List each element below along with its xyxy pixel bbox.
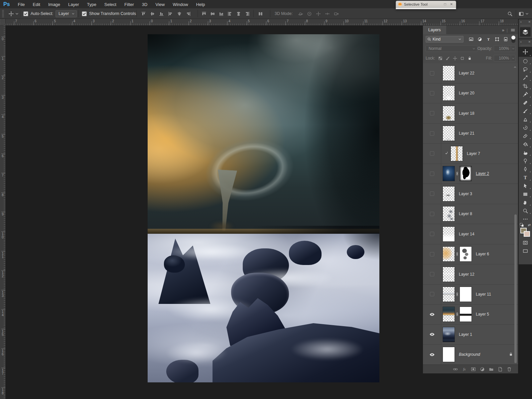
close-icon[interactable]: ✕ bbox=[449, 2, 454, 6]
panel-menu-icon[interactable] bbox=[510, 26, 515, 34]
layer-name[interactable]: Layer 18 bbox=[459, 111, 474, 116]
edit-toolbar-icon[interactable] bbox=[519, 215, 532, 223]
background-color-swatch[interactable] bbox=[524, 231, 530, 237]
mask-link-icon[interactable] bbox=[455, 171, 459, 177]
scroll-up-icon[interactable] bbox=[513, 65, 518, 68]
fill-field[interactable]: 100% bbox=[494, 55, 511, 62]
fill-chevron[interactable] bbox=[511, 55, 515, 62]
new-layer-icon[interactable] bbox=[497, 366, 503, 372]
smudge-tool[interactable] bbox=[519, 148, 532, 157]
layer-visibility-eye[interactable] bbox=[423, 304, 441, 324]
menu-item-edit[interactable]: Edit bbox=[29, 1, 44, 8]
type-tool[interactable]: T bbox=[519, 173, 532, 182]
layer-visibility-empty[interactable] bbox=[423, 184, 441, 204]
layer-row-background[interactable]: Background bbox=[423, 344, 518, 364]
align-top-icon[interactable] bbox=[140, 10, 147, 17]
layer-name[interactable]: Layer 12 bbox=[459, 272, 474, 277]
layer-name[interactable]: Layer 3 bbox=[459, 192, 472, 196]
menu-item-window[interactable]: Window bbox=[169, 1, 192, 8]
layer-thumbnail[interactable] bbox=[443, 85, 455, 101]
layer-visibility-empty[interactable] bbox=[423, 123, 441, 143]
mask-link-icon[interactable] bbox=[455, 291, 459, 297]
layer-visibility-empty[interactable] bbox=[423, 204, 441, 224]
layers-panel-dock-icon[interactable] bbox=[520, 27, 531, 37]
layer-thumbnail[interactable] bbox=[443, 307, 455, 322]
layer-name[interactable]: Background bbox=[459, 352, 480, 357]
history-brush-tool[interactable] bbox=[519, 123, 532, 132]
layer-thumbnail[interactable] bbox=[443, 66, 455, 81]
eyedropper-tool[interactable] bbox=[519, 90, 532, 98]
filter-image-icon[interactable] bbox=[468, 36, 474, 43]
lock-paint-icon[interactable] bbox=[445, 55, 451, 61]
clone-stamp-tool[interactable] bbox=[519, 115, 532, 123]
close-icon[interactable]: ✕ bbox=[528, 20, 531, 24]
layer-visibility-empty[interactable] bbox=[423, 144, 441, 164]
align-left-icon[interactable] bbox=[167, 10, 174, 17]
chevron-down-icon[interactable] bbox=[525, 10, 529, 17]
layer-name[interactable]: Layer 7 bbox=[467, 151, 480, 156]
layer-row-layer-22[interactable]: Layer 22 bbox=[423, 63, 518, 83]
layer-row-layer-3[interactable]: Layer 3 bbox=[423, 184, 518, 204]
collapse-panel-icon[interactable]: » bbox=[502, 28, 504, 33]
layer-thumbnail[interactable] bbox=[443, 267, 455, 282]
3d-roll-icon[interactable] bbox=[306, 10, 313, 17]
layer-name[interactable]: Layer 2 bbox=[476, 171, 489, 176]
align-hcenter-icon[interactable] bbox=[176, 10, 183, 17]
layer-name[interactable]: Layer 6 bbox=[476, 252, 489, 256]
crop-tool[interactable] bbox=[519, 82, 532, 90]
auto-select-target-dropdown[interactable]: Layer bbox=[56, 10, 77, 17]
3d-slide-icon[interactable] bbox=[324, 10, 331, 17]
marquee-tool[interactable] bbox=[519, 57, 532, 65]
close-icon[interactable]: ✕ bbox=[528, 40, 531, 44]
blend-mode-dropdown[interactable]: Normal bbox=[426, 45, 477, 52]
layer-name[interactable]: Layer 21 bbox=[459, 131, 474, 136]
layer-thumbnail[interactable] bbox=[443, 126, 455, 141]
layer-visibility-empty[interactable] bbox=[423, 284, 441, 304]
hand-tool[interactable] bbox=[519, 198, 532, 206]
menu-item-layer[interactable]: Layer bbox=[64, 1, 83, 8]
path-select-tool[interactable] bbox=[519, 182, 532, 190]
paint-bucket-tool[interactable] bbox=[519, 140, 532, 148]
menu-item-file[interactable]: File bbox=[14, 1, 29, 8]
layer-name[interactable]: Layer 11 bbox=[476, 292, 491, 297]
dist-left-icon[interactable] bbox=[226, 10, 233, 17]
layer-thumbnail[interactable] bbox=[443, 226, 455, 242]
ruler-origin[interactable] bbox=[0, 19, 6, 26]
layer-visibility-empty[interactable] bbox=[423, 244, 441, 264]
lock-all-icon[interactable] bbox=[466, 55, 473, 61]
chevron-down-icon[interactable] bbox=[15, 10, 19, 17]
layer-thumbnail[interactable] bbox=[451, 146, 463, 161]
lock-transparent-icon[interactable] bbox=[437, 55, 444, 61]
layer-thumbnail[interactable] bbox=[443, 287, 455, 302]
add-mask-icon[interactable] bbox=[470, 366, 476, 372]
layer-row-layer-18[interactable]: Layer 18 bbox=[423, 103, 518, 124]
menu-item-select[interactable]: Select bbox=[100, 1, 120, 8]
align-right-icon[interactable] bbox=[185, 10, 192, 17]
healing-tool[interactable] bbox=[519, 98, 532, 107]
ruler-left[interactable]: 0123456789101112131415161718 bbox=[0, 26, 6, 399]
lock-move-icon[interactable] bbox=[452, 55, 458, 61]
3d-orbit-icon[interactable] bbox=[297, 10, 304, 17]
link-layers-icon[interactable] bbox=[452, 366, 458, 372]
layer-row-layer-21[interactable]: Layer 21 bbox=[423, 123, 518, 144]
mask-link-icon[interactable] bbox=[455, 251, 459, 257]
selective-tool-titlebar[interactable]: Selective Tool □ ✕ bbox=[396, 1, 456, 8]
layer-visibility-empty[interactable] bbox=[423, 83, 441, 103]
search-icon[interactable] bbox=[506, 10, 513, 17]
filter-smart-icon[interactable] bbox=[502, 36, 509, 43]
menu-item-3d[interactable]: 3D bbox=[138, 1, 152, 8]
move-tool-preset[interactable] bbox=[7, 8, 19, 19]
add-adjustment-icon[interactable] bbox=[479, 366, 485, 372]
opacity-chevron[interactable] bbox=[511, 45, 515, 52]
move-tool[interactable] bbox=[519, 47, 532, 57]
layer-row-layer-1[interactable]: Layer 1 bbox=[423, 325, 518, 345]
dist-top-icon[interactable] bbox=[200, 10, 207, 17]
layer-row-layer-14[interactable]: Layer 14 bbox=[423, 224, 518, 244]
layer-visibility-empty[interactable] bbox=[423, 224, 441, 244]
ruler-top[interactable]: 76543210123456789101112131415161718 bbox=[6, 19, 518, 26]
eraser-tool[interactable] bbox=[519, 132, 532, 140]
auto-select-checkbox[interactable] bbox=[23, 11, 28, 16]
lock-artboard-icon[interactable] bbox=[459, 55, 466, 61]
layer-name[interactable]: Layer 20 bbox=[459, 91, 474, 95]
filter-shape-icon[interactable] bbox=[494, 36, 500, 43]
